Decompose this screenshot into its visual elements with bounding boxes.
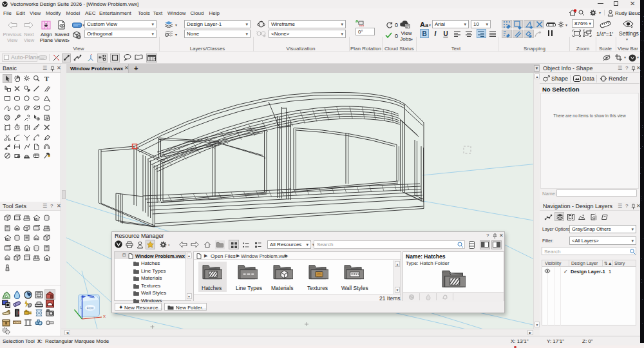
svg-text:T: T — [44, 75, 49, 82]
svg-text:X: X — [103, 314, 106, 318]
svg-text:Front: Front — [87, 307, 94, 310]
